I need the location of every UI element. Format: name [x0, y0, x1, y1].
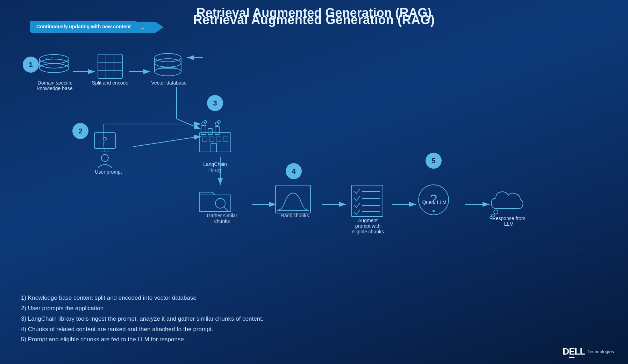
svg-rect-52 — [208, 129, 212, 134]
svg-text:?: ? — [430, 192, 437, 206]
svg-point-17 — [72, 123, 88, 139]
svg-point-28 — [40, 59, 69, 68]
banner-arrow-shape: Continuously updating with new content — [30, 21, 145, 32]
svg-text:Vector database: Vector database — [151, 80, 186, 86]
svg-rect-55 — [209, 137, 214, 141]
bottom-notes: 1) Knowledge base content split and enco… — [21, 293, 558, 345]
banner-container: Continuously updating with new content — [30, 21, 145, 32]
svg-point-72 — [215, 198, 225, 208]
svg-point-91 — [494, 210, 498, 214]
svg-text:2: 2 — [78, 127, 82, 135]
svg-rect-79 — [351, 185, 383, 217]
svg-text:chunks: chunks — [214, 218, 230, 224]
svg-text:User prompt: User prompt — [95, 169, 122, 175]
svg-point-89 — [433, 210, 435, 212]
svg-point-92 — [492, 214, 494, 217]
svg-text:Query LLM: Query LLM — [422, 199, 446, 205]
svg-text:Split and encode: Split and encode — [92, 80, 129, 86]
svg-point-93 — [490, 217, 492, 219]
svg-point-46 — [155, 59, 181, 67]
svg-rect-65 — [94, 133, 115, 148]
svg-line-7 — [133, 136, 201, 147]
svg-point-19 — [207, 95, 223, 111]
page-title: Retrieval Augmented Generation (RAG) — [0, 6, 628, 20]
svg-text:eligible chunks: eligible chunks — [352, 229, 384, 234]
svg-point-59 — [202, 122, 205, 125]
svg-rect-58 — [211, 143, 216, 152]
svg-rect-57 — [223, 137, 228, 141]
dell-tech-label: Technologies — [586, 349, 614, 354]
svg-text:prompt with: prompt with — [355, 223, 380, 229]
svg-rect-50 — [199, 133, 231, 152]
note-2: 2) User prompts the application — [21, 303, 558, 314]
svg-text:?: ? — [103, 136, 107, 144]
svg-text:5: 5 — [431, 157, 435, 165]
svg-point-45 — [155, 67, 181, 76]
note-3: 3) LangChain library tools ingest the pr… — [21, 314, 558, 324]
svg-point-61 — [215, 122, 219, 125]
banner-text: Continuously updating with new content — [36, 24, 131, 29]
svg-rect-54 — [202, 137, 207, 141]
note-5: 5) Prompt and eligible chunks are fed to… — [21, 334, 558, 345]
svg-point-23 — [426, 153, 442, 169]
svg-text:3: 3 — [213, 99, 217, 107]
svg-text:Augment: Augment — [358, 218, 378, 223]
svg-point-25 — [40, 64, 69, 73]
svg-line-33 — [51, 58, 58, 58]
svg-point-87 — [419, 185, 449, 215]
svg-line-73 — [224, 207, 228, 211]
svg-rect-76 — [276, 185, 311, 213]
svg-line-5 — [177, 119, 201, 129]
svg-point-62 — [217, 121, 220, 123]
svg-rect-51 — [201, 126, 206, 134]
svg-text:Rank chunks: Rank chunks — [281, 213, 309, 218]
svg-point-60 — [204, 121, 207, 123]
svg-text:library: library — [208, 167, 222, 173]
note-1: 1) Knowledge base content split and enco… — [21, 293, 558, 303]
svg-text:4: 4 — [292, 167, 296, 175]
svg-text:Response from: Response from — [492, 216, 526, 221]
svg-text:LangChain: LangChain — [203, 161, 227, 167]
svg-line-32 — [45, 58, 49, 59]
dell-brand: DELL — [563, 346, 585, 357]
svg-text:Gather similar: Gather similar — [207, 213, 237, 218]
svg-point-69 — [101, 154, 108, 161]
svg-rect-56 — [216, 137, 221, 141]
dell-logo: DELL Technologies — [563, 346, 614, 357]
svg-point-31 — [40, 54, 69, 64]
svg-text:knowledge base: knowledge base — [37, 86, 72, 91]
svg-point-21 — [286, 163, 302, 179]
svg-text:LLM: LLM — [504, 221, 513, 227]
svg-rect-53 — [215, 126, 219, 134]
svg-text:Domain specific: Domain specific — [38, 80, 72, 86]
svg-rect-36 — [98, 54, 122, 79]
svg-point-42 — [155, 53, 181, 62]
note-4: 4) Chunks of related content are ranked … — [21, 324, 558, 335]
svg-point-15 — [23, 57, 39, 73]
svg-text:1: 1 — [29, 61, 33, 68]
